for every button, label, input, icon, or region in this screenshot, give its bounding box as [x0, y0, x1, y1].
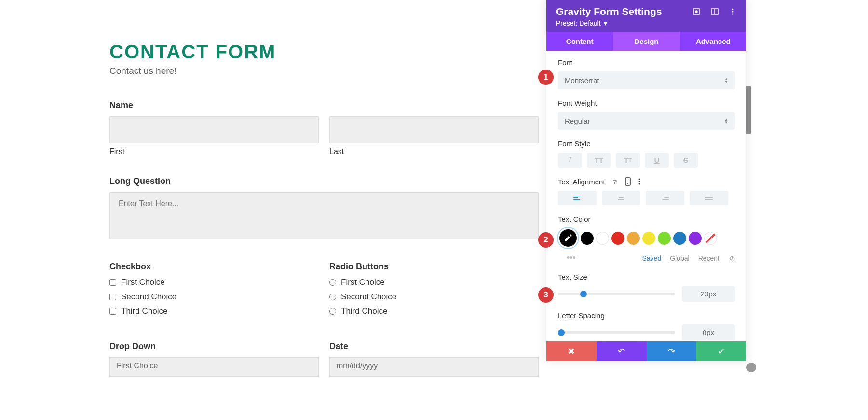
tab-advanced[interactable]: Advanced: [680, 32, 746, 51]
preset-selector[interactable]: Preset: Default ▾: [556, 19, 737, 27]
annotation-marker-1: 1: [538, 70, 554, 85]
eyedropper-icon: [563, 233, 573, 243]
align-justify-button[interactable]: [690, 191, 728, 205]
last-sublabel: Last: [329, 147, 539, 156]
menu-icon[interactable]: [729, 8, 737, 15]
mobile-icon[interactable]: [625, 177, 631, 186]
svg-point-6: [732, 14, 734, 15]
smallcaps-button[interactable]: TT: [616, 153, 640, 168]
annotation-marker-3: 3: [538, 287, 554, 303]
checkbox-input[interactable]: [109, 308, 116, 315]
font-select[interactable]: Montserrat ▲▼: [558, 71, 735, 89]
form-title: CONTACT FORM: [109, 41, 539, 63]
letter-spacing-slider[interactable]: [558, 331, 675, 334]
radio-input[interactable]: [329, 308, 336, 315]
radio-input[interactable]: [329, 279, 336, 286]
checkbox-label: Checkbox: [109, 262, 319, 272]
checkbox-input[interactable]: [109, 279, 116, 286]
uppercase-button[interactable]: TT: [587, 153, 611, 168]
svg-point-5: [732, 11, 734, 13]
select-arrows-icon: ▲▼: [724, 118, 728, 124]
more-icon[interactable]: [638, 178, 640, 185]
strikethrough-button[interactable]: S: [674, 153, 698, 168]
color-swatch-black[interactable]: [581, 232, 594, 245]
radio-group: Radio Buttons First Choice Second Choice…: [329, 262, 539, 321]
chevron-down-icon: ▾: [604, 19, 607, 27]
checkbox-item[interactable]: Second Choice: [109, 292, 319, 302]
save-button[interactable]: ✓: [696, 341, 746, 361]
cancel-button[interactable]: ✖: [546, 341, 597, 361]
svg-point-1: [695, 11, 697, 13]
radio-input[interactable]: [329, 294, 336, 300]
slider-thumb[interactable]: [558, 329, 565, 336]
color-picker-button[interactable]: [558, 228, 578, 248]
color-swatch-green[interactable]: [658, 232, 671, 245]
tab-content[interactable]: Content: [546, 32, 613, 51]
checkbox-item[interactable]: Third Choice: [109, 307, 319, 316]
text-color-label: Text Color: [558, 215, 735, 223]
color-swatch-purple[interactable]: [689, 232, 702, 245]
panel-footer: ✖ ↶ ↷ ✓: [546, 341, 746, 361]
tab-design[interactable]: Design: [613, 32, 679, 51]
undo-button[interactable]: ↶: [597, 341, 647, 361]
checkbox-item[interactable]: First Choice: [109, 278, 319, 287]
align-right-button[interactable]: [646, 191, 684, 205]
date-group: Date mm/dd/yyyy: [329, 341, 539, 377]
svg-point-10: [638, 181, 640, 182]
corner-settings-icon[interactable]: [746, 363, 756, 372]
radio-item[interactable]: First Choice: [329, 278, 539, 287]
last-name-input[interactable]: [329, 116, 539, 143]
dropdown-select[interactable]: First Choice: [109, 357, 319, 377]
underline-button[interactable]: U: [645, 153, 669, 168]
color-tab-recent[interactable]: Recent: [698, 254, 719, 262]
color-swatch-white[interactable]: [596, 232, 609, 245]
color-tab-saved[interactable]: Saved: [642, 254, 661, 262]
settings-panel: Gravity Form Settings Preset: Default ▾ …: [546, 0, 746, 361]
color-swatch-orange[interactable]: [627, 232, 640, 245]
date-label: Date: [329, 341, 539, 351]
expand-icon[interactable]: [692, 8, 700, 15]
color-swatch-red[interactable]: [611, 232, 624, 245]
long-question-label: Long Question: [109, 176, 539, 186]
annotation-marker-2: 2: [538, 232, 554, 248]
name-field-group: Name First Last: [109, 100, 539, 156]
text-size-slider[interactable]: [558, 293, 675, 295]
redo-button[interactable]: ↷: [647, 341, 697, 361]
letter-spacing-value[interactable]: 0px: [682, 324, 735, 340]
color-swatch-blue[interactable]: [673, 232, 686, 245]
gear-icon[interactable]: [728, 255, 735, 262]
long-question-textarea[interactable]: [109, 192, 539, 239]
slider-thumb[interactable]: [580, 291, 587, 297]
panel-header: Gravity Form Settings Preset: Default ▾: [546, 0, 746, 32]
letter-spacing-label: Letter Spacing: [558, 311, 735, 320]
checkbox-group: Checkbox First Choice Second Choice Thir…: [109, 262, 319, 321]
align-center-button[interactable]: [602, 191, 640, 205]
font-weight-label: Font Weight: [558, 99, 735, 107]
checkbox-input[interactable]: [109, 294, 116, 300]
radio-label: Radio Buttons: [329, 262, 539, 272]
align-left-button[interactable]: [558, 191, 597, 205]
font-weight-select[interactable]: Regular ▲▼: [558, 112, 735, 130]
columns-icon[interactable]: [711, 8, 719, 15]
font-label: Font: [558, 58, 735, 67]
color-swatch-none[interactable]: [704, 232, 717, 245]
svg-point-11: [638, 183, 640, 185]
italic-button[interactable]: I: [558, 153, 582, 168]
panel-title: Gravity Form Settings: [556, 6, 662, 17]
radio-item[interactable]: Second Choice: [329, 292, 539, 302]
first-name-input[interactable]: [109, 116, 319, 143]
select-arrows-icon: ▲▼: [724, 78, 728, 84]
color-swatch-yellow[interactable]: [642, 232, 655, 245]
svg-point-9: [638, 179, 640, 180]
panel-body: Font Montserrat ▲▼ Font Weight Regular ▲…: [546, 51, 746, 341]
date-input[interactable]: mm/dd/yyyy: [329, 357, 539, 377]
more-colors-icon[interactable]: •••: [567, 253, 576, 263]
dropdown-label: Drop Down: [109, 341, 319, 351]
scrollbar-thumb[interactable]: [746, 86, 751, 134]
svg-point-8: [627, 183, 628, 184]
help-icon[interactable]: ?: [613, 178, 617, 186]
text-size-label: Text Size: [558, 273, 735, 281]
color-tab-global[interactable]: Global: [670, 254, 689, 262]
radio-item[interactable]: Third Choice: [329, 307, 539, 316]
text-size-value[interactable]: 20px: [682, 286, 735, 302]
